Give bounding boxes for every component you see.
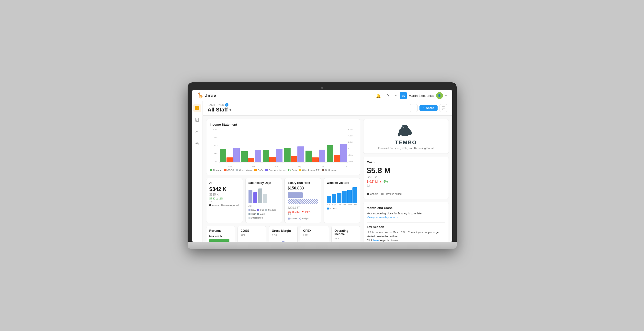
sidebar: [192, 101, 203, 242]
tax-here-link[interactable]: here: [373, 239, 378, 242]
run-rate-title: Salary Run Rate: [288, 181, 318, 185]
tax-body: IRS taxes are due on March 15th. Contact…: [367, 230, 445, 238]
cash-prev-period-label: Previous period: [384, 193, 401, 195]
run-rate-legend: Actuals Budget: [288, 217, 318, 220]
salaries-legend: G&A Ops Product R&D S&M Unassigned: [248, 209, 279, 219]
income-legend: Revenue COGS Gross Margin OpEx Operating…: [210, 169, 356, 171]
cogs-chart: [241, 237, 263, 242]
svg-point-12: [407, 131, 412, 135]
gross-margin-chart: [272, 237, 294, 242]
cash-card: Cash $5.8 M $6.0 M $(0.3) M ▼ 5% Jul: [363, 157, 449, 199]
dashboard-grid: Income Statement 410k 240k 67k 100k 270k: [203, 116, 452, 242]
revenue-bottom-card: Revenue $170.1 K $156.0 K: [206, 226, 235, 242]
visitors-chart: [327, 186, 357, 203]
svg-point-17: [402, 125, 403, 127]
tembo-description: Financial Forecast, KPIs, and Reporting …: [367, 147, 445, 150]
sidebar-item-settings[interactable]: [193, 139, 201, 147]
logo-text: Jirav: [205, 93, 216, 98]
ap-period: Jul: [209, 200, 240, 203]
ap-card: AP $342 K $335 K $7 K ▲ 2% Jul: [206, 178, 243, 223]
run-rate-delta: $(148,333) ▼ 98%: [288, 210, 318, 213]
ap-delta: $7 K ▲ 2%: [209, 197, 240, 200]
help-dropdown-icon[interactable]: ▼: [394, 94, 397, 97]
ap-sub: $335 K: [209, 193, 240, 196]
sidebar-item-reports[interactable]: [193, 116, 201, 124]
cash-title: Cash: [367, 160, 445, 164]
tembo-elephant-logo: [396, 123, 416, 138]
cogs-bottom-card: COGS 340k: [238, 226, 266, 242]
ap-value: $342 K: [209, 186, 240, 192]
cash-delta-value: $(0.3) M: [367, 180, 378, 183]
tembo-promo-card: TEMBO Financial Forecast, KPIs, and Repo…: [363, 119, 449, 154]
notification-icon[interactable]: 🔔: [375, 92, 382, 99]
income-chart: 410k 240k 67k 100k 270k 6.0M 4.0M: [210, 128, 356, 167]
svg-rect-1: [198, 106, 199, 108]
cash-delta-pct: 5%: [384, 180, 388, 183]
bottom-charts-row: Revenue $170.1 K $156.0 K COGS 340k: [206, 226, 360, 242]
tax-link-area: Click here to get tax forms: [367, 238, 445, 242]
month-end-body: Your accounting close for January is com…: [367, 211, 445, 216]
comment-button[interactable]: [440, 104, 447, 112]
sidebar-item-analytics[interactable]: [193, 128, 201, 135]
page-title: All Staff ▾: [208, 107, 231, 113]
laptop-base: [188, 242, 457, 249]
share-button[interactable]: ↑ Share: [420, 105, 437, 111]
svg-rect-9: [442, 107, 445, 109]
ap-legend: Actuals Previous period: [209, 204, 240, 207]
run-rate-chart: [288, 192, 318, 204]
sidebar-item-dashboard[interactable]: [193, 104, 201, 112]
user-company-name: Martin Electronics: [409, 94, 434, 97]
run-rate-budget: $299,167: [288, 206, 318, 210]
opex-chart: [303, 237, 326, 242]
top-bar: 🦒 Jirav 🔔 ? ▼ ME Martin Electronics 👤 ▼: [192, 90, 452, 101]
svg-rect-2: [195, 108, 197, 110]
page-header: DASHBOARD i All Staff ▾ ··· ↑: [203, 101, 452, 116]
user-avatar-initials: ME: [400, 92, 407, 99]
revenue-bar: [209, 239, 230, 242]
month-end-title: Month-end Close: [367, 206, 445, 211]
gross-margin-title: Gross Margin: [272, 229, 294, 233]
ap-title: AP: [209, 181, 240, 185]
month-end-section: Month-end Close Your accounting close fo…: [367, 206, 445, 220]
tembo-brand-name: TEMBO: [367, 139, 445, 146]
salaries-chart: [248, 186, 279, 203]
info-badge: i: [225, 103, 228, 107]
share-icon: ↑: [423, 106, 424, 110]
svg-point-8: [197, 143, 198, 144]
cash-sub: $6.0 M: [367, 175, 445, 179]
run-rate-value: $150,833: [288, 186, 318, 190]
operating-income-chart: [334, 241, 357, 242]
operating-income-bottom-card: Operating Income 480k: [332, 226, 360, 242]
help-icon[interactable]: ?: [385, 92, 392, 99]
svg-rect-3: [198, 108, 199, 110]
salaries-period: Jul: [248, 205, 279, 207]
svg-rect-0: [195, 106, 197, 108]
salaries-title: Salaries by Dept: [248, 181, 279, 185]
opex-bottom-card: OPEX 2.1M: [300, 226, 329, 242]
giraffe-icon: 🦒: [197, 92, 204, 99]
cash-delta: $(0.3) M ▼ 5%: [367, 180, 445, 183]
user-menu[interactable]: ME Martin Electronics 👤 ▼: [400, 92, 447, 99]
title-chevron[interactable]: ▾: [230, 108, 231, 112]
run-rate-period: Jul: [288, 213, 318, 216]
main-content: DASHBOARD i All Staff ▾ ··· ↑: [203, 101, 452, 242]
more-options-button[interactable]: ···: [410, 104, 418, 112]
revenue-value: $170.1 K: [209, 234, 232, 238]
tax-section: Tax Season IRS taxes are due on March 15…: [367, 225, 445, 242]
tax-title: Tax Season: [367, 225, 445, 230]
income-statement-card: Income Statement 410k 240k 67k 100k 270k: [206, 119, 360, 175]
revenue-title: Revenue: [209, 229, 232, 233]
visitors-card: Website visitors: [324, 178, 360, 223]
cash-delta-arrow: ▼: [379, 180, 382, 183]
cogs-title: COGS: [241, 229, 263, 233]
info-card: Month-end Close Your accounting close fo…: [363, 202, 449, 242]
top-right-actions: 🔔 ? ▼ ME Martin Electronics 👤 ▼: [375, 92, 447, 99]
month-end-link[interactable]: View your monthly reports: [367, 216, 398, 219]
visitors-title: Website visitors: [327, 181, 357, 185]
user-dropdown-icon: ▼: [445, 94, 447, 97]
income-statement-title: Income Statement: [210, 123, 356, 126]
metrics-row: AP $342 K $335 K $7 K ▲ 2% Jul: [206, 178, 360, 223]
svg-point-15: [403, 127, 404, 128]
opex-title: OPEX: [303, 229, 326, 233]
section-label: DASHBOARD i: [208, 103, 231, 107]
